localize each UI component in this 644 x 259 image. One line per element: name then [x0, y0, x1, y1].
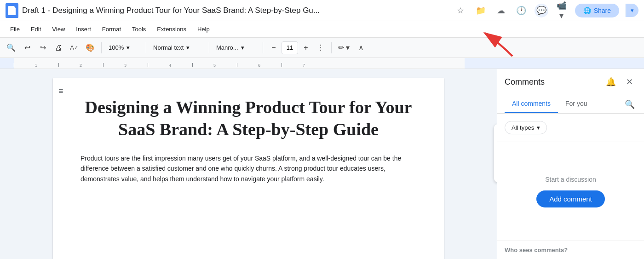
document-heading: Designing a Winning Product Tour for You… — [80, 97, 416, 140]
who-sees-label: Who sees comments? — [505, 247, 568, 253]
menu-insert[interactable]: Insert — [71, 24, 96, 35]
comments-search-button[interactable]: 🔍 — [623, 98, 637, 111]
comments-panel-title: Comments — [505, 77, 600, 87]
share-dropdown-button[interactable]: ▾ — [626, 4, 638, 17]
ruler-mark-1: 1 — [14, 63, 58, 68]
ruler-mark-6: 6 — [237, 63, 282, 68]
redo-button[interactable]: ↪ — [36, 40, 50, 55]
ruler-mark-3: 3 — [103, 63, 148, 68]
tab-all-comments[interactable]: All comments — [505, 95, 558, 113]
comments-tabs: All comments For you 🔍 — [497, 95, 644, 114]
filter-label: All types — [512, 124, 534, 131]
zoom-select[interactable]: 100% ▾ — [105, 40, 142, 55]
comments-filter: All types ▾ — [497, 114, 644, 142]
font-name-dropdown-icon: ▾ — [241, 44, 244, 51]
font-style-dropdown-icon: ▾ — [186, 44, 190, 51]
comments-body: Start a discussion Add comment — [497, 142, 644, 241]
font-name-value: Manro... — [216, 44, 238, 51]
title-icons: ☆ 📁 ☁ 🕐 💬 📹 ▾ 🌐 Share ▾ — [454, 4, 638, 17]
toolbar-divider-2 — [146, 42, 146, 53]
toolbar-divider-3 — [209, 42, 209, 53]
document-title: Draft 1 - Designing a Winning Product To… — [22, 6, 450, 15]
toolbar-divider-5 — [331, 42, 332, 53]
menu-file[interactable]: File — [6, 24, 24, 35]
main-layout: ≡ Designing a Winning Product Tour for Y… — [0, 69, 644, 259]
ruler-mark-5: 5 — [192, 63, 237, 68]
zoom-dropdown-icon: ▾ — [126, 44, 130, 51]
toolbar-divider-4 — [263, 42, 263, 53]
font-style-select[interactable]: Normal text ▾ — [150, 40, 205, 55]
comments-close-button[interactable]: ✕ — [622, 75, 637, 89]
share-globe-icon: 🌐 — [583, 7, 591, 14]
font-size-more-button[interactable]: ⋮ — [314, 40, 328, 55]
comments-bell-button[interactable]: 🔔 — [604, 75, 618, 89]
start-discussion-text: Start a discussion — [545, 176, 596, 183]
toolbar-divider-1 — [101, 42, 102, 53]
ruler-mark-2: 2 — [58, 63, 103, 68]
undo-button[interactable]: ↩ — [20, 40, 34, 55]
who-sees-text: Who sees comments? — [497, 241, 644, 259]
font-style-value: Normal text — [153, 44, 184, 51]
menu-view[interactable]: View — [47, 24, 69, 35]
comments-panel: Comments 🔔 ✕ All comments For you 🔍 All … — [497, 69, 644, 259]
tab-for-you[interactable]: For you — [558, 95, 594, 113]
list-icon: ≡ — [58, 86, 63, 96]
menu-edit[interactable]: Edit — [26, 24, 46, 35]
share-label: Share — [594, 7, 611, 14]
comments-header: Comments 🔔 ✕ — [497, 69, 644, 95]
title-bar: Draft 1 - Designing a Winning Product To… — [0, 0, 644, 21]
search-toolbar-button[interactable]: 🔍 — [4, 40, 18, 55]
toolbar: 🔍 ↩ ↪ 🖨 A✓ 🎨 100% ▾ Normal text ▾ Manro.… — [0, 38, 644, 58]
ruler: 1 2 3 4 5 6 7 — [0, 58, 644, 69]
folder-button[interactable]: 📁 — [474, 4, 488, 17]
document-area: ≡ Designing a Winning Product Tour for Y… — [0, 69, 497, 259]
ruler-mark-7: 7 — [282, 63, 326, 68]
print-button[interactable]: 🖨 — [52, 40, 65, 55]
history-button[interactable]: 🕐 — [514, 4, 528, 17]
menu-help[interactable]: Help — [193, 24, 214, 35]
document-page: ≡ Designing a Winning Product Tour for Y… — [53, 78, 444, 259]
pen-button[interactable]: ✏ ▾ — [335, 40, 352, 55]
zoom-value: 100% — [109, 44, 124, 51]
all-types-filter[interactable]: All types ▾ — [505, 121, 547, 134]
ruler-marks: 1 2 3 4 5 6 7 — [14, 58, 326, 69]
font-size-area: − + ⋮ — [267, 40, 328, 55]
menu-tools[interactable]: Tools — [127, 24, 150, 35]
ruler-mark-4: 4 — [148, 63, 192, 68]
font-name-select[interactable]: Manro... ▾ — [213, 40, 259, 55]
cloud-button[interactable]: ☁ — [494, 4, 508, 17]
comment-button[interactable]: 💬 — [535, 4, 548, 17]
filter-dropdown-icon: ▾ — [537, 124, 540, 131]
paint-format-button[interactable]: 🎨 — [83, 40, 98, 55]
add-comment-button[interactable]: Add comment — [536, 190, 605, 207]
star-button[interactable]: ☆ — [454, 4, 467, 17]
share-button[interactable]: 🌐 Share — [575, 4, 619, 17]
doc-app-icon — [6, 3, 18, 18]
spell-check-button[interactable]: A✓ — [67, 40, 81, 55]
font-size-minus-button[interactable]: − — [267, 40, 281, 55]
menu-bar: File Edit View Insert Format Tools Exten… — [0, 21, 644, 38]
collapse-button[interactable]: ∧ — [354, 40, 368, 55]
video-button[interactable]: 📹 ▾ — [555, 4, 569, 17]
menu-extensions[interactable]: Extensions — [152, 24, 191, 35]
font-size-plus-button[interactable]: + — [299, 40, 313, 55]
menu-format[interactable]: Format — [98, 24, 126, 35]
ruler-content: 1 2 3 4 5 6 7 — [0, 58, 644, 69]
font-size-input[interactable] — [282, 41, 298, 54]
document-body: Product tours are the first impression m… — [80, 153, 416, 184]
